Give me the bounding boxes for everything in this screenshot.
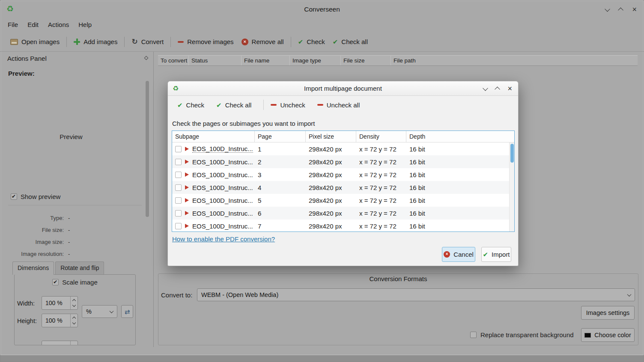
- page-page: 7: [255, 223, 306, 230]
- check-all-button[interactable]: Check all: [329, 36, 372, 48]
- replace-background-checkbox[interactable]: Replace transparent background: [470, 331, 574, 338]
- divider: [8, 205, 142, 205]
- minimize-icon[interactable]: [483, 85, 489, 91]
- page-row-5[interactable]: EOS_100D_Instruc...5298x420 pxx = 72 y =…: [172, 194, 514, 207]
- remove-all-button[interactable]: Remove all: [238, 36, 288, 48]
- menubar: File Edit Actions Help: [0, 18, 644, 32]
- file-table-column-1[interactable]: Status: [189, 56, 242, 65]
- checkbox-icon: [11, 193, 17, 200]
- scrollbar-thumb[interactable]: [510, 144, 514, 163]
- file-table-column-0[interactable]: To convert: [158, 56, 189, 65]
- remove-images-button[interactable]: Remove images: [174, 36, 237, 48]
- scale-image-checkbox[interactable]: Scale image: [15, 279, 135, 286]
- menu-help[interactable]: Help: [74, 18, 96, 32]
- page-row-4[interactable]: EOS_100D_Instruc...4298x420 pxx = 72 y =…: [172, 181, 514, 194]
- tab-dimensions[interactable]: Dimensions: [12, 261, 54, 275]
- converseen-window: Converseen File Edit Actions Help Open i…: [0, 0, 644, 362]
- page-page: 5: [255, 197, 306, 204]
- converseen-logo-icon: [6, 4, 14, 14]
- pages-table-column-0[interactable]: Subpage: [172, 131, 255, 142]
- width-label: Width:: [17, 300, 35, 307]
- link-dimensions-button[interactable]: [121, 305, 133, 318]
- import-button[interactable]: Import: [481, 247, 511, 262]
- show-preview-checkbox[interactable]: Show preview: [11, 193, 60, 200]
- menu-edit[interactable]: Edit: [23, 18, 43, 32]
- add-images-button[interactable]: Add images: [70, 36, 121, 48]
- page-page: 2: [255, 158, 306, 166]
- check-button[interactable]: Check: [294, 36, 329, 48]
- page-checkbox[interactable]: [175, 184, 182, 191]
- panel-scrollbar[interactable]: [146, 81, 149, 217]
- page-pixel_size: 298x420 px: [306, 145, 356, 153]
- page-row-7[interactable]: EOS_100D_Instruc...7298x420 pxx = 72 y =…: [172, 220, 514, 231]
- partial-spinbox[interactable]: [42, 341, 78, 345]
- images-settings-button[interactable]: Images settings: [581, 306, 635, 320]
- dialog-table-body: EOS_100D_Instruc...1298x420 pxx = 72 y =…: [172, 142, 514, 231]
- close-icon[interactable]: [507, 85, 512, 92]
- cancel-button[interactable]: Cancel: [442, 247, 475, 262]
- spin-buttons[interactable]: [70, 297, 78, 309]
- panel-float-icon[interactable]: [144, 56, 149, 60]
- page-icon: [185, 211, 189, 215]
- page-row-2[interactable]: EOS_100D_Instruc...2298x420 pxx = 72 y =…: [172, 155, 514, 168]
- pages-table-column-1[interactable]: Page: [255, 131, 306, 142]
- spin-buttons[interactable]: [70, 341, 78, 345]
- window-footer: [0, 355, 644, 362]
- table-scrollbar[interactable]: [509, 142, 514, 231]
- page-density: x = 72 y = 72: [356, 210, 406, 217]
- page-checkbox[interactable]: [175, 159, 182, 165]
- file-table-column-3[interactable]: Image type: [290, 56, 341, 65]
- menu-actions[interactable]: Actions: [43, 18, 74, 32]
- page-density: x = 72 y = 72: [356, 171, 406, 178]
- pages-table-column-3[interactable]: Density: [356, 131, 406, 142]
- page-row-6[interactable]: EOS_100D_Instruc...6298x420 pxx = 72 y =…: [172, 207, 514, 220]
- remove-images-icon: [178, 41, 184, 43]
- tab-rotate-and-flip[interactable]: Rotate and flip: [55, 261, 104, 274]
- uncheck-icon: [271, 104, 277, 106]
- format-combobox[interactable]: WEBM - (Open Web Media): [197, 288, 635, 301]
- file-table-column-2[interactable]: File name: [242, 56, 290, 65]
- pages-table-column-4[interactable]: Depth: [406, 131, 514, 142]
- titlebar: Converseen: [0, 0, 644, 18]
- page-checkbox[interactable]: [175, 146, 182, 152]
- dimensions-groupbox: Scale image Width: 100 % Height: 100 % %: [14, 274, 136, 345]
- width-spinbox[interactable]: 100 %: [42, 296, 78, 310]
- pdf-conversion-help-link[interactable]: How to enable the PDF conversion?: [172, 235, 275, 243]
- color-swatch: [584, 333, 591, 338]
- unit-combobox[interactable]: %: [82, 305, 117, 318]
- spin-buttons[interactable]: [70, 314, 78, 327]
- close-icon[interactable]: [632, 6, 637, 13]
- page-page: 3: [255, 171, 306, 178]
- convert-button[interactable]: Convert: [128, 36, 167, 48]
- maximize-icon[interactable]: [618, 7, 624, 13]
- check-icon: [298, 39, 304, 45]
- height-spinbox[interactable]: 100 %: [42, 314, 78, 327]
- file-table-column-5[interactable]: File path: [391, 56, 638, 65]
- toolbar-separator: [66, 37, 67, 47]
- page-row-3[interactable]: EOS_100D_Instruc...3298x420 pxx = 72 y =…: [172, 168, 514, 181]
- maximize-icon[interactable]: [495, 86, 501, 92]
- page-checkbox[interactable]: [175, 210, 182, 217]
- page-row-1[interactable]: EOS_100D_Instruc...1298x420 pxx = 72 y =…: [172, 142, 514, 155]
- dialog-uncheck-all-button[interactable]: Uncheck all: [317, 101, 360, 109]
- dialog-uncheck-button[interactable]: Uncheck: [271, 101, 305, 109]
- open-images-button[interactable]: Open images: [6, 36, 63, 48]
- page-icon: [185, 147, 189, 151]
- page-depth: 16 bit: [406, 158, 514, 166]
- page-checkbox[interactable]: [175, 197, 182, 204]
- page-checkbox[interactable]: [175, 223, 182, 229]
- page-name: EOS_100D_Instruc...: [192, 210, 253, 217]
- check-all-icon: [333, 39, 338, 45]
- pages-table-column-2[interactable]: Pixel size: [306, 131, 356, 142]
- file-table-column-4[interactable]: File size: [341, 56, 391, 65]
- toolbar-separator: [263, 100, 264, 110]
- minimize-icon[interactable]: [605, 6, 611, 12]
- dialog-titlebar: Import multipage document: [168, 81, 518, 96]
- choose-color-button[interactable]: Choose color: [581, 328, 635, 342]
- menu-file[interactable]: File: [3, 18, 23, 32]
- dialog-check-all-button[interactable]: Check all: [216, 101, 251, 109]
- chevron-down-icon: [627, 292, 632, 297]
- pages-table: SubpagePagePixel sizeDensityDepth EOS_10…: [172, 131, 515, 232]
- dialog-check-button[interactable]: Check: [177, 101, 204, 109]
- page-checkbox[interactable]: [175, 172, 182, 178]
